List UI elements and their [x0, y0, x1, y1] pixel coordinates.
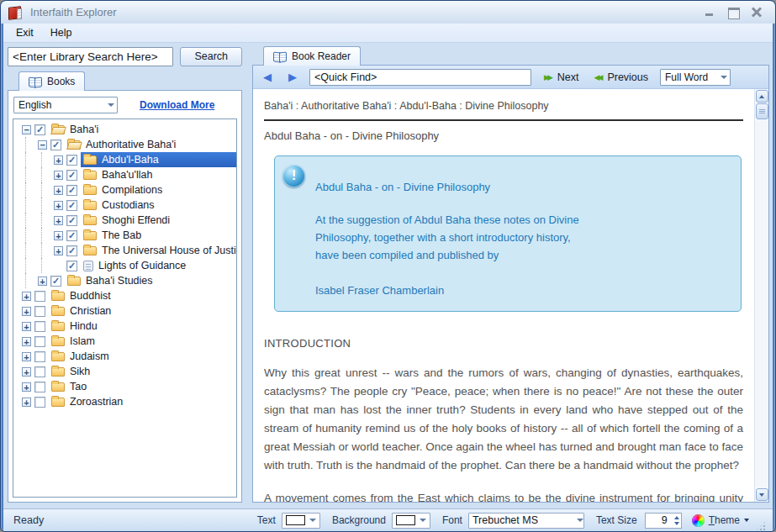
expand-icon[interactable]: +	[22, 307, 31, 316]
scroll-down-icon[interactable]	[756, 488, 768, 501]
expand-icon[interactable]: +	[54, 186, 63, 195]
tree-checkbox[interactable]	[34, 382, 45, 392]
tree-checkbox[interactable]: ✓	[66, 245, 77, 256]
close-icon[interactable]	[752, 8, 762, 17]
tree-item-row[interactable]: Baha'i Studies	[65, 273, 236, 288]
text-size-stepper[interactable]: 9	[645, 513, 682, 529]
tree-item-buddhist[interactable]: +Buddhist	[13, 288, 236, 303]
tree-checkbox[interactable]	[34, 366, 45, 377]
tree-checkbox[interactable]: ✓	[34, 124, 45, 135]
vertical-scrollbar[interactable]	[754, 89, 768, 502]
expand-icon[interactable]: +	[54, 155, 63, 165]
resize-grip[interactable]	[756, 521, 766, 531]
tree-item-row[interactable]: Authoritative Baha'i	[65, 137, 236, 152]
text-color-select[interactable]	[282, 513, 320, 529]
tree-checkbox[interactable]: ✓	[66, 230, 77, 241]
tree-item-shoghi-effendi[interactable]: +✓Shoghi Effendi	[13, 213, 236, 228]
tree-item-authoritative-baha-i[interactable]: −✓Authoritative Baha'i	[13, 137, 236, 152]
tree-checkbox[interactable]: ✓	[66, 215, 77, 226]
tree-item-abdu-l-baha[interactable]: +✓Abdu'l-Baha	[13, 152, 236, 167]
tree-item-baha-u-llah[interactable]: +✓Baha'u'llah	[13, 167, 236, 182]
tree-checkbox[interactable]	[34, 397, 45, 408]
tree-checkbox[interactable]	[34, 291, 45, 302]
tree-item-judaism[interactable]: +Judaism	[13, 349, 236, 364]
background-color-select[interactable]	[392, 513, 430, 529]
tree-item-row[interactable]: Compilations	[81, 182, 236, 198]
tree-checkbox[interactable]	[34, 306, 45, 317]
maximize-icon[interactable]	[728, 8, 738, 17]
font-select[interactable]: Trebuchet MS	[468, 513, 584, 529]
expand-icon[interactable]: +	[54, 171, 63, 180]
tree-item-row[interactable]: Christian	[49, 303, 236, 319]
tree-item-row[interactable]: Zoroastrian	[49, 394, 236, 409]
expand-icon[interactable]: +	[22, 292, 31, 301]
spin-up-icon[interactable]	[674, 516, 679, 519]
library-search-input[interactable]	[8, 47, 173, 66]
tree-checkbox[interactable]: ✓	[66, 170, 77, 181]
tree-item-christian[interactable]: +Christian	[13, 303, 236, 319]
tab-books[interactable]: Books	[18, 71, 85, 91]
previous-button[interactable]: ◀◀ Previous	[594, 71, 648, 83]
menu-item-exit[interactable]: Exit	[8, 24, 41, 42]
search-button[interactable]: Search	[180, 47, 242, 66]
tree-item-row[interactable]: Lights of Guidance	[81, 258, 236, 273]
tree-item-row[interactable]: Judaism	[49, 349, 236, 364]
tree-item-hindu[interactable]: +Hindu	[13, 319, 236, 334]
tree-item-row[interactable]: Hindu	[49, 319, 236, 334]
expand-icon[interactable]: +	[22, 352, 31, 361]
minimize-icon[interactable]	[705, 8, 715, 17]
tree-checkbox[interactable]: ✓	[50, 140, 61, 150]
tree-checkbox[interactable]	[34, 336, 45, 347]
menu-item-help[interactable]: Help	[43, 24, 80, 42]
scrollbar-thumb[interactable]	[756, 103, 768, 119]
tab-book-reader[interactable]: Book Reader	[263, 46, 361, 66]
tree-item-row[interactable]: Baha'i	[49, 122, 236, 137]
spinner-arrows[interactable]	[674, 514, 679, 527]
download-more-link[interactable]: Download More	[140, 99, 214, 111]
expand-icon[interactable]: +	[54, 216, 63, 225]
next-button[interactable]: ▶▶ Next	[544, 71, 579, 83]
tree-item-islam[interactable]: +Islam	[13, 334, 236, 349]
expand-icon[interactable]: +	[22, 337, 31, 346]
tree-item-row[interactable]: Custodians	[81, 198, 236, 213]
quick-find-input[interactable]	[309, 69, 531, 86]
expand-icon[interactable]: +	[22, 322, 31, 331]
spin-down-icon[interactable]	[674, 522, 679, 525]
expand-icon[interactable]: +	[54, 246, 63, 255]
theme-button[interactable]: Theme	[692, 514, 749, 527]
tree-item-custodians[interactable]: +✓Custodians	[13, 198, 236, 213]
match-mode-select[interactable]: Full Word	[660, 69, 731, 86]
tree-item-row[interactable]: Shoghi Effendi	[81, 213, 236, 228]
expand-icon[interactable]: +	[22, 398, 31, 407]
expand-icon[interactable]: +	[38, 277, 47, 286]
collapse-icon[interactable]: −	[22, 125, 31, 134]
tree-item-sikh[interactable]: +Sikh	[13, 364, 236, 379]
expand-icon[interactable]: +	[54, 201, 63, 210]
tree-checkbox[interactable]	[34, 351, 45, 362]
tree-checkbox[interactable]: ✓	[66, 261, 77, 271]
language-select[interactable]: English	[13, 97, 118, 113]
collapse-icon[interactable]: −	[38, 140, 47, 150]
nav-back-icon[interactable]: ◀	[263, 71, 272, 82]
tree-checkbox[interactable]: ✓	[66, 155, 77, 166]
nav-forward-icon[interactable]: ▶	[288, 71, 297, 82]
tree-item-row[interactable]: Islam	[49, 334, 236, 349]
tree-checkbox[interactable]	[34, 321, 45, 332]
tree-item-the-bab[interactable]: +✓The Bab	[13, 228, 236, 243]
tree-item-row[interactable]: The Bab	[81, 228, 236, 243]
tree-item-baha-i[interactable]: −✓Baha'i	[13, 122, 236, 137]
tree-item-row[interactable]: Sikh	[49, 364, 236, 379]
scroll-up-icon[interactable]	[756, 90, 768, 103]
tree-item-row[interactable]: Baha'u'llah	[81, 167, 236, 182]
tree-item-lights-of-guidance[interactable]: ✓Lights of Guidance	[13, 258, 236, 273]
tree-item-row[interactable]: The Universal House of Justice	[81, 243, 237, 258]
tree-item-baha-i-studies[interactable]: +✓Baha'i Studies	[13, 273, 236, 288]
tree-checkbox[interactable]: ✓	[66, 200, 77, 211]
tree-checkbox[interactable]: ✓	[50, 276, 61, 287]
tree-item-row[interactable]: Tao	[49, 379, 236, 394]
expand-icon[interactable]: +	[22, 382, 31, 392]
tree-item-tao[interactable]: +Tao	[13, 379, 236, 394]
expand-icon[interactable]: +	[22, 367, 31, 377]
tree-item-row[interactable]: Buddhist	[49, 288, 236, 303]
tree-item-zoroastrian[interactable]: +Zoroastrian	[13, 394, 236, 409]
